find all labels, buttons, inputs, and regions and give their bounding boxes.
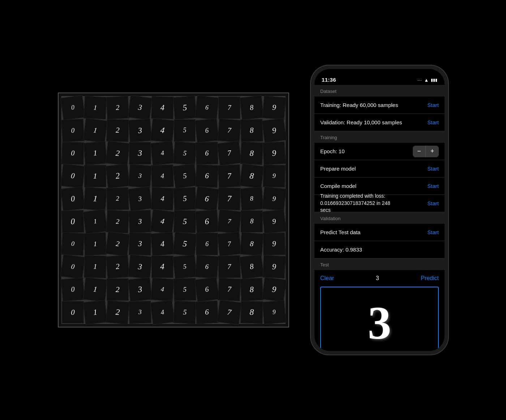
mnist-cell: 5 (173, 301, 196, 324)
validation-dataset-text: Validation: Ready 10,000 samples (320, 119, 427, 126)
predict-button[interactable]: Predict (421, 275, 439, 282)
accuracy-item: Accuracy: 0.9833 (314, 241, 445, 258)
drawing-canvas[interactable]: 3 (320, 287, 439, 351)
mnist-cell: 2 (106, 300, 129, 324)
mnist-cell: 7 (217, 300, 242, 325)
mnist-cell: 5 (173, 96, 197, 120)
dataset-section-header: Dataset (314, 85, 445, 97)
mnist-cell: 4 (151, 164, 174, 187)
mnist-cell: 6 (196, 233, 218, 255)
mnist-cell: 6 (195, 277, 219, 302)
epoch-plus-button[interactable]: + (426, 146, 439, 157)
main-container: 0123456789012345678901234567890123456789… (0, 0, 506, 420)
prepare-model-text: Prepare model (320, 165, 427, 172)
mnist-cell: 2 (106, 141, 130, 166)
mnist-cell: 0 (61, 210, 84, 233)
mnist-cell: 3 (128, 95, 152, 120)
validation-dataset-item: Validation: Ready 10,000 samples Start (314, 114, 445, 131)
status-icons: ···· ▲ ▮▮▮ (417, 77, 437, 83)
mnist-cell: 7 (218, 164, 241, 188)
mnist-cell: 6 (195, 95, 219, 120)
compile-model-text: Compile model (320, 183, 427, 190)
mnist-cell: 6 (195, 255, 219, 279)
validation-label: Validation (320, 216, 340, 221)
mnist-cell: 5 (173, 141, 197, 165)
mnist-cell: 1 (83, 141, 107, 165)
mnist-cell: 4 (151, 256, 173, 278)
mnist-cell: 0 (61, 278, 85, 301)
mnist-cell: 3 (128, 164, 152, 188)
mnist-cell: 4 (150, 300, 175, 325)
mnist-cell: 2 (106, 255, 129, 279)
predict-test-text: Predict Test data (320, 229, 427, 236)
mnist-cell: 4 (151, 96, 174, 119)
battery-icon: ▮▮▮ (431, 78, 437, 82)
compile-model-item: Compile model Start (314, 177, 445, 195)
mnist-cell: 4 (150, 278, 174, 301)
training-result-item: Training completed with loss: 0.01669323… (314, 195, 445, 212)
validation-section-header: Validation (314, 212, 445, 224)
mnist-cell: 9 (262, 118, 286, 143)
predict-test-item: Predict Test data Start (314, 224, 445, 241)
mnist-cell: 8 (240, 232, 264, 256)
mnist-cell: 4 (150, 232, 174, 256)
test-section-header: Test (314, 258, 445, 270)
mnist-cell: 3 (128, 119, 152, 142)
training-dataset-start-button[interactable]: Start (427, 102, 439, 108)
mnist-cell: 5 (172, 254, 197, 279)
mnist-cell: 0 (61, 142, 84, 164)
status-bar: 11:36 ···· ▲ ▮▮▮ (314, 69, 445, 85)
compile-model-start-button[interactable]: Start (427, 183, 439, 189)
mnist-cell: 8 (240, 141, 263, 165)
mnist-cell: 3 (129, 301, 151, 323)
training-result-text: Training completed with loss: 0.01669323… (320, 193, 393, 214)
validation-dataset-start-button[interactable]: Start (427, 119, 439, 125)
mnist-cell: 0 (61, 232, 84, 256)
prepare-model-start-button[interactable]: Start (427, 166, 439, 172)
phone-mockup: 11:36 ···· ▲ ▮▮▮ Dataset Training: Ready… (311, 65, 448, 355)
mnist-cell: 6 (196, 164, 219, 188)
mnist-cell: 9 (262, 209, 286, 233)
mnist-cell: 8 (241, 210, 263, 233)
mnist-cell: 1 (83, 187, 107, 210)
signal-icon: ···· (417, 78, 422, 82)
mnist-cell: 3 (128, 210, 151, 233)
mnist-cell: 4 (151, 187, 174, 210)
mnist-cell: 1 (83, 300, 107, 325)
mnist-cell: 6 (195, 209, 219, 233)
mnist-cell: 9 (262, 300, 286, 324)
mnist-cell: 9 (262, 187, 286, 211)
mnist-cell: 0 (60, 254, 85, 279)
mnist-cell: 2 (107, 278, 129, 301)
mnist-cell: 2 (106, 187, 129, 210)
training-section-header: Training (314, 131, 445, 143)
mnist-cell: 9 (263, 141, 286, 165)
mnist-cell: 2 (105, 232, 130, 257)
mnist-cell: 6 (195, 118, 219, 143)
phone-content: Dataset Training: Ready 60,000 samples S… (314, 85, 445, 351)
mnist-cell: 1 (84, 256, 107, 278)
epoch-control: − + (413, 146, 439, 157)
mnist-cell: 9 (262, 277, 286, 302)
mnist-cell: 3 (129, 233, 151, 256)
mnist-grid-container: 0123456789012345678901234567890123456789… (58, 93, 289, 327)
mnist-cell: 1 (83, 277, 107, 302)
mnist-cell: 6 (196, 142, 219, 164)
mnist-cell: 7 (218, 119, 241, 142)
clear-button[interactable]: Clear (320, 275, 334, 282)
mnist-cell: 7 (217, 209, 241, 233)
training-start-button[interactable]: Start (427, 200, 439, 206)
mnist-cell: 4 (150, 209, 175, 234)
mnist-cell: 8 (240, 301, 263, 323)
predict-test-start-button[interactable]: Start (427, 229, 439, 235)
mnist-cell: 1 (83, 118, 107, 143)
mnist-cell: 6 (196, 301, 219, 324)
accuracy-text: Accuracy: 0.9833 (320, 246, 439, 253)
mnist-cell: 5 (173, 187, 196, 210)
epoch-minus-button[interactable]: − (413, 146, 426, 157)
mnist-cell: 8 (239, 254, 264, 279)
mnist-cell: 2 (106, 164, 130, 188)
mnist-cell: 8 (240, 95, 264, 120)
mnist-cell: 2 (106, 96, 129, 119)
mnist-cell: 0 (60, 95, 85, 120)
